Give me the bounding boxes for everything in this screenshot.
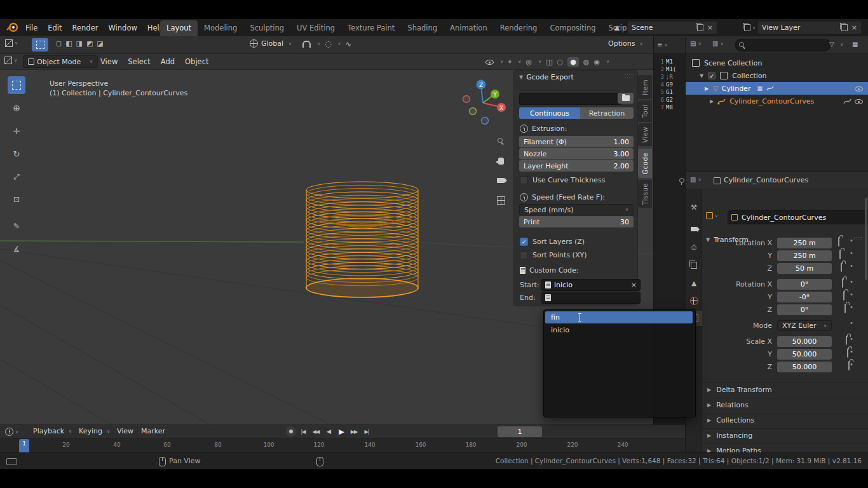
- new-scene-icon[interactable]: [697, 24, 703, 31]
- viewport-editor-type-icon[interactable]: ∨: [4, 57, 17, 64]
- visibility-toggle-icon[interactable]: [485, 58, 494, 66]
- section-delta-transform[interactable]: ▶Delta Transform: [702, 383, 868, 396]
- rotation-mode-dropdown[interactable]: XYZ Euler∨: [777, 320, 832, 331]
- view-layer-selector[interactable]: View Layer ×: [757, 21, 862, 34]
- gcode-path-input[interactable]: [519, 93, 622, 105]
- rotation-x-field[interactable]: 0°: [777, 279, 832, 290]
- tool-measure[interactable]: ∡: [8, 240, 25, 258]
- tool-scale[interactable]: ⤢: [8, 168, 25, 186]
- print-speed-slider[interactable]: Print30: [519, 216, 634, 227]
- lock-icon[interactable]: [847, 348, 848, 358]
- section-instancing[interactable]: ▶Instancing: [702, 428, 868, 442]
- properties-editor-type-icon[interactable]: ▥∨: [690, 176, 702, 183]
- outliner-display-mode-icon[interactable]: ▥∨: [712, 40, 724, 47]
- properties-scrollbar[interactable]: [865, 198, 867, 280]
- lock-icon[interactable]: [844, 304, 846, 313]
- prev-keyframe-button[interactable]: ◀◀: [310, 426, 322, 437]
- start-code-field[interactable]: inicio ×: [541, 279, 641, 291]
- editor-type-icon[interactable]: ∨: [5, 39, 18, 47]
- tool-cursor[interactable]: ⊕: [8, 99, 25, 117]
- object-id-icon[interactable]: ∨: [706, 212, 718, 219]
- select-mode-invert-icon[interactable]: ◩: [86, 39, 93, 48]
- mode-dropdown[interactable]: Object Mode ∨: [23, 55, 98, 68]
- timeline-view-menu[interactable]: View: [117, 427, 133, 435]
- animate-dot-icon[interactable]: •: [850, 348, 853, 355]
- blender-logo-icon[interactable]: [6, 22, 18, 32]
- lock-icon[interactable]: [842, 278, 843, 288]
- navigation-gizmo[interactable]: Z Y X: [460, 78, 506, 127]
- pan-hand-button[interactable]: [493, 153, 508, 168]
- rotation-z-field[interactable]: 0°: [777, 304, 832, 315]
- keying-menu[interactable]: Keying∨: [79, 427, 110, 435]
- playback-menu[interactable]: Playback∨: [33, 427, 72, 435]
- lock-icon[interactable]: [838, 237, 839, 247]
- active-tool-button[interactable]: [32, 38, 48, 51]
- scale-x-field[interactable]: 50.000: [777, 336, 832, 347]
- collection-exclude-checkbox[interactable]: [708, 72, 715, 79]
- viewport-menu-object[interactable]: Object: [180, 57, 214, 66]
- tool-transform[interactable]: ⊡: [8, 191, 25, 208]
- sidebar-tab-tissue[interactable]: Tissue: [638, 180, 652, 208]
- menu-edit[interactable]: Edit: [43, 24, 67, 32]
- tool-select-box[interactable]: [8, 76, 25, 94]
- proportional-editing-icon[interactable]: ◌: [325, 39, 331, 48]
- jump-to-end-button[interactable]: ▶|: [361, 426, 372, 437]
- timeline-marker-menu[interactable]: Marker: [141, 427, 165, 435]
- scale-z-field[interactable]: 50.000: [777, 362, 832, 372]
- lock-icon[interactable]: [846, 336, 847, 345]
- view-layer-icon[interactable]: ∨: [742, 22, 757, 34]
- workspace-tab-texture-paint[interactable]: Texture Paint: [341, 20, 401, 36]
- workspace-tab-sculpting[interactable]: Sculpting: [243, 20, 290, 36]
- transform-drag-handle[interactable]: ::::: [853, 236, 863, 241]
- tool-options-dropdown[interactable]: Options ∨: [608, 39, 643, 48]
- nozzle-slider[interactable]: Nozzle3.00: [519, 148, 634, 159]
- animate-dot-icon[interactable]: •: [850, 278, 853, 285]
- tab-scene-properties[interactable]: ▲: [686, 275, 702, 290]
- overlays-dropdown-icon[interactable]: ∨: [538, 59, 541, 64]
- tab-render-properties[interactable]: [686, 221, 702, 236]
- section-relations[interactable]: ▶Relations: [702, 398, 868, 411]
- mode-tab-retraction[interactable]: Retraction: [580, 107, 634, 119]
- speed-mode-dropdown[interactable]: Speed (mm/s)∨: [519, 204, 634, 215]
- sort-layers-checkbox[interactable]: [520, 238, 528, 246]
- lock-icon[interactable]: [839, 250, 841, 259]
- hide-toggle-eye-icon[interactable]: [855, 97, 863, 105]
- workspace-tab-rendering[interactable]: Rendering: [494, 20, 544, 36]
- play-button[interactable]: ▶: [336, 426, 347, 437]
- gcode-text-lines[interactable]: 1M1 2M1( 3;R 4G9 5G1 6G2 7M8: [656, 58, 676, 111]
- menu-file[interactable]: File: [20, 24, 43, 32]
- menu-render[interactable]: Render: [67, 24, 104, 32]
- popup-item-inicio[interactable]: inicio: [545, 324, 693, 336]
- scene-icon[interactable]: ▲∨: [612, 22, 627, 34]
- select-mode-intersect-icon[interactable]: ◪: [97, 39, 103, 48]
- sidebar-tab-tool[interactable]: Tool: [638, 100, 652, 122]
- animate-dot-icon[interactable]: •: [850, 250, 853, 257]
- overlays-toggle-icon[interactable]: ◎: [526, 58, 532, 66]
- cylinder-object[interactable]: [304, 180, 421, 302]
- tool-move[interactable]: ✛: [8, 122, 25, 140]
- outliner-row-scene-collection[interactable]: Scene Collection: [686, 57, 868, 69]
- scale-y-field[interactable]: 50.000: [777, 349, 832, 360]
- tab-view-layer-properties[interactable]: [686, 257, 702, 273]
- mode-tab-continuous[interactable]: Continuous: [519, 107, 580, 119]
- animate-dot-icon[interactable]: •: [850, 320, 853, 327]
- sidebar-tab-view[interactable]: View: [638, 123, 652, 146]
- shading-wireframe-icon[interactable]: ○: [557, 58, 564, 66]
- shading-solid-icon[interactable]: ●: [567, 57, 579, 67]
- animate-dot-icon[interactable]: •: [850, 237, 853, 244]
- viewport-menu-view[interactable]: View: [95, 57, 123, 66]
- outliner-filter-icon[interactable]: ▽: [829, 41, 834, 48]
- select-mode-new-icon[interactable]: ◻: [56, 39, 62, 48]
- timeline-editor-type-icon[interactable]: ∨: [5, 428, 18, 436]
- outliner-search-input[interactable]: [735, 39, 831, 51]
- outliner-filter-dropdown-icon[interactable]: ∨: [840, 42, 843, 47]
- sidebar-tab-gcode[interactable]: Gcode: [638, 149, 652, 178]
- snap-dropdown-icon[interactable]: ∨: [317, 41, 320, 46]
- workspace-tab-layout[interactable]: Layout: [160, 20, 198, 36]
- animate-dot-icon[interactable]: •: [850, 262, 853, 269]
- select-mode-extend-icon[interactable]: ◧: [65, 39, 72, 48]
- remove-view-layer-icon[interactable]: ×: [851, 24, 857, 31]
- gizmo-toggle-icon[interactable]: ⌖: [508, 58, 512, 66]
- outliner-row-cylinder[interactable]: ▶ ▽ Cylinder ▦: [686, 82, 868, 95]
- outliner-row-contourcurves[interactable]: ▶ Cylinder_ContourCurves: [686, 95, 868, 107]
